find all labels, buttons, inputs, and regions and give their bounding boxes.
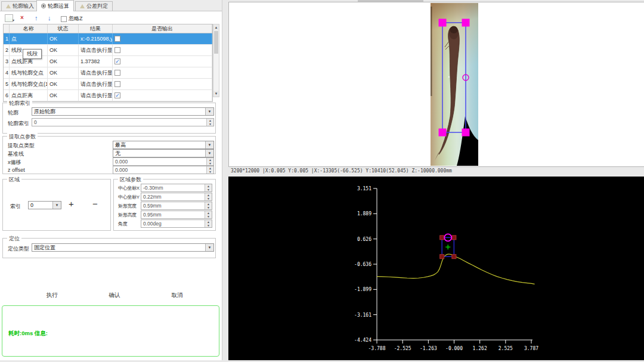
output-checkbox[interactable] <box>114 81 120 87</box>
region-param-spinner[interactable]: 0.59mm▲▼ <box>141 202 212 210</box>
x-tick-label: 2.525 <box>499 346 513 351</box>
position-type-combo[interactable]: 固定位置 ▼ <box>32 243 214 252</box>
measure-status: OK <box>48 33 79 44</box>
triangle-icon <box>6 4 11 8</box>
combo-value: 0 <box>29 202 52 209</box>
output-checkbox[interactable] <box>114 47 120 53</box>
chevron-down-icon[interactable]: ▼ <box>205 141 213 148</box>
table-row[interactable]: 6点点距离OK请点击执行显...✓ <box>4 90 212 101</box>
table-row[interactable]: 4线与轮廓交点OK请点击执行显... <box>4 67 212 79</box>
group-title: 区域 <box>7 176 21 184</box>
region-param-spinner[interactable]: 0.00deg▲▼ <box>141 219 212 228</box>
confirm-button[interactable]: 确认 <box>97 291 132 300</box>
spinner-arrows[interactable]: ▲▼ <box>206 166 213 174</box>
chevron-down-icon[interactable]: ▼ <box>52 202 61 209</box>
left-panel: 轮廓输入 轮廓运算 公差判定 ▾ × ↑ ↓ 忽略Z 名称状态结果是否输出 <box>0 0 222 360</box>
scroll-up-icon[interactable]: ▲ <box>213 24 219 30</box>
ignore-z-checkbox[interactable]: 忽略Z <box>61 15 83 23</box>
move-up-button[interactable]: ↑ <box>35 14 38 21</box>
image-viewer[interactable] <box>228 2 644 167</box>
specimen-image[interactable] <box>431 3 478 166</box>
chevron-down-icon[interactable]: ▼ <box>205 108 213 115</box>
cancel-button[interactable]: 取消 <box>159 291 195 300</box>
column-header[interactable]: 状态 <box>48 24 79 33</box>
spinner-arrows[interactable]: ▲▼ <box>206 119 213 126</box>
combo-value: 最高 <box>113 141 205 148</box>
scroll-down-icon[interactable]: ▼ <box>213 91 219 97</box>
param-label: 基准线 <box>8 150 24 158</box>
tab-bar: 轮廓输入 轮廓运算 公差判定 <box>0 0 222 11</box>
contour-index-spinner[interactable]: 0 ▲▼ <box>32 118 214 126</box>
table-scrollbar[interactable]: ▲ ▼ <box>213 24 219 97</box>
measure-name: 线与轮廓交点(1) <box>10 79 48 89</box>
tab-contour-compute[interactable]: 轮廓运算 <box>36 0 74 11</box>
output-cell <box>113 67 212 78</box>
chevron-down-icon[interactable]: ▼ <box>205 244 213 251</box>
output-checkbox[interactable]: ✓ <box>114 92 120 98</box>
specimen-overlay <box>431 3 478 166</box>
spinner-arrows[interactable]: ▲▼ <box>205 202 212 209</box>
spinner-arrows[interactable]: ▲▼ <box>206 158 213 165</box>
measure-status: OK <box>48 67 79 78</box>
measure-name: 点 <box>10 33 48 44</box>
spinner-arrows[interactable]: ▲▼ <box>205 220 212 227</box>
column-header[interactable]: 结果 <box>79 24 113 33</box>
region-group: 区域 索引 0 ▼ + − <box>2 179 111 231</box>
selection-handle[interactable] <box>462 19 470 27</box>
log-text: 耗时:0ms 信息: <box>8 330 48 338</box>
region-index-combo[interactable]: 0 ▼ <box>28 201 61 209</box>
spinner-arrows[interactable]: ▲▼ <box>205 193 212 200</box>
table-row[interactable]: 5线与轮廓交点(1)OK请点击执行显... <box>4 79 212 90</box>
output-checkbox[interactable] <box>114 36 120 42</box>
region-param-spinner[interactable]: 0.95mm▲▼ <box>141 211 212 219</box>
move-down-button[interactable]: ↓ <box>48 14 51 21</box>
specimen-head-top <box>450 26 458 33</box>
table-row[interactable]: 1点OKx:-0.215098,y:... <box>4 33 212 45</box>
measure-result: 请点击执行显... <box>79 45 113 55</box>
measure-result: 请点击执行显... <box>79 67 113 78</box>
spinner-arrows[interactable]: ▲▼ <box>205 211 212 218</box>
column-header[interactable] <box>4 24 10 33</box>
scrollbar-thumb[interactable] <box>214 31 218 54</box>
checkbox-icon[interactable] <box>61 16 67 22</box>
chevron-down-icon[interactable]: ▾ <box>13 18 14 22</box>
y-tick-label: -1.899 <box>354 287 371 292</box>
contour-index-group: 轮廓索引 轮廓 原始轮廓 ▼ 轮廓索引 0 ▲▼ <box>2 103 216 134</box>
add-region-button[interactable]: + <box>69 199 74 208</box>
measure-status: OK <box>48 90 79 101</box>
selection-handle[interactable] <box>439 19 447 27</box>
tab-contour-input[interactable]: 轮廓输入 <box>1 1 39 11</box>
region-param-label: 中心坐标Y <box>118 194 140 200</box>
chevron-down-icon[interactable]: ▼ <box>205 150 213 157</box>
spin-value: 0.00deg <box>141 220 205 227</box>
profile-plot[interactable]: 3.1511.8890.626-0.636-1.899-3.161-4.424-… <box>228 177 644 360</box>
param-spinner[interactable]: 0.000▲▼ <box>113 157 214 166</box>
param-combo[interactable]: 无▼ <box>113 149 214 157</box>
x-tick-label: 3.787 <box>524 346 538 351</box>
region-index-label: 索引 <box>10 203 21 211</box>
selection-handle[interactable] <box>462 129 470 137</box>
column-header[interactable]: 是否输出 <box>113 24 212 33</box>
param-combo[interactable]: 最高▼ <box>113 141 214 149</box>
contour-combo[interactable]: 原始轮廓 ▼ <box>32 107 214 116</box>
selection-handle[interactable] <box>439 129 447 137</box>
row-number: 4 <box>4 67 10 78</box>
spinner-arrows[interactable]: ▲▼ <box>205 184 212 191</box>
remove-region-button[interactable]: − <box>92 199 98 208</box>
execute-button[interactable]: 执行 <box>34 291 70 300</box>
output-checkbox[interactable] <box>114 70 120 76</box>
region-param-spinner[interactable]: 0.22mm▲▼ <box>141 193 212 201</box>
param-spinner[interactable]: 0.000▲▼ <box>113 166 214 174</box>
y-tick-label: -3.161 <box>354 313 371 318</box>
output-checkbox[interactable]: ✓ <box>114 58 120 64</box>
region-param-label: 矩形高度 <box>118 212 137 218</box>
table-header: 名称状态结果是否输出 <box>4 24 212 33</box>
target-icon <box>41 4 46 8</box>
tab-tolerance-judge[interactable]: 公差判定 <box>75 1 113 11</box>
region-param-spinner[interactable]: -0.30mm▲▼ <box>141 184 212 192</box>
column-header[interactable]: 名称 <box>10 24 48 33</box>
y-tick-label: 1.889 <box>357 211 371 216</box>
delete-measure-button[interactable]: × <box>20 14 24 21</box>
triangle-icon <box>80 4 85 8</box>
add-measure-button[interactable] <box>5 14 13 22</box>
